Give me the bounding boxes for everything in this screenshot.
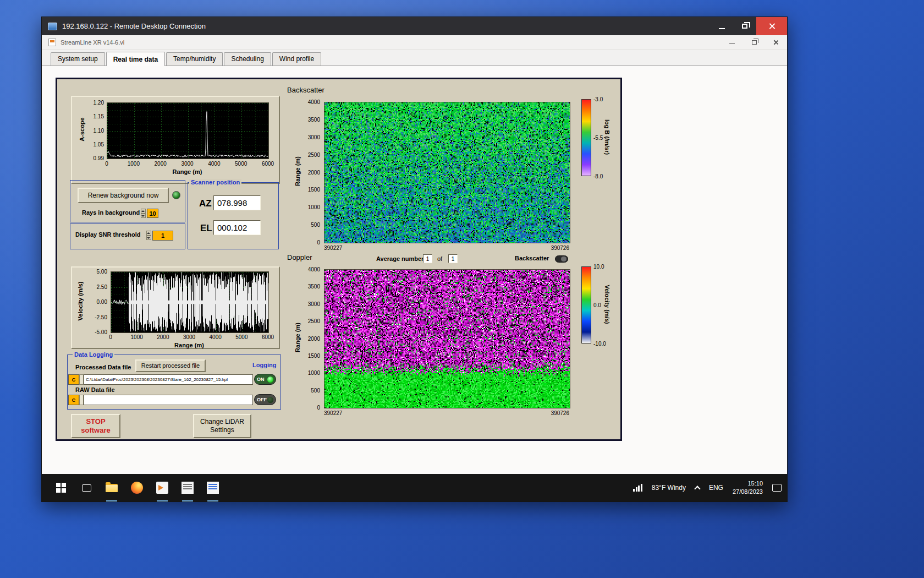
restore-icon <box>742 24 747 29</box>
processed-drive-selector[interactable]: C <box>68 374 79 385</box>
el-label: EL <box>200 223 212 234</box>
task-view-button[interactable] <box>74 474 99 501</box>
tray-expand-icon[interactable] <box>694 486 700 492</box>
backscatter-ytick-labels: 40003500300025002000150010005000 <box>301 102 320 242</box>
logging-on-led <box>267 377 273 383</box>
backscatter-colorbar <box>581 99 591 176</box>
el-value: 000.102 <box>213 220 261 235</box>
tab-scheduling[interactable]: Scheduling <box>224 52 271 66</box>
velocity-ylabel: Velocity (m/s) <box>77 282 84 321</box>
scan-scheduler-button[interactable] <box>175 474 200 501</box>
doppler-ylabel: Range (m) <box>294 323 301 352</box>
doppler-x-start: 390227 <box>324 410 342 416</box>
clock-date: 27/08/2023 <box>733 488 763 496</box>
system-tray: 83°F Windy ENG 15:10 27/08/2023 <box>633 474 782 501</box>
renew-background-button[interactable]: Renew background now <box>78 188 169 203</box>
tab-wind-profile[interactable]: Wind profile <box>272 52 321 66</box>
close-icon <box>773 40 779 45</box>
snr-value-field[interactable]: 1 <box>152 231 173 241</box>
a-scope-xtick-labels: 0100020003000400050006000 <box>107 161 268 167</box>
stop-software-button[interactable]: STOP software <box>71 414 120 438</box>
processed-data-file-label: Processed Data file <box>75 364 131 370</box>
doppler-title: Doppler <box>287 253 312 261</box>
rdp-titlebar[interactable]: 192.168.0.122 - Remote Desktop Connectio… <box>42 17 787 35</box>
a-scope-graph: A-scope 1.201.151.101.050.99 01000200030… <box>71 96 280 184</box>
raw-path-field[interactable] <box>84 395 253 405</box>
file-explorer-button[interactable] <box>99 474 124 501</box>
app-titlebar[interactable]: StreamLine XR v14-6.vi <box>42 35 787 50</box>
rdp-close-button[interactable] <box>756 17 787 35</box>
doppler-colorbar-label: Velocity (m/s) <box>604 285 610 324</box>
rdp-title: 192.168.0.122 - Remote Desktop Connectio… <box>62 22 710 30</box>
processed-path-spinner[interactable] <box>79 374 84 385</box>
rays-spinner[interactable] <box>141 209 146 218</box>
restore-icon <box>752 40 757 45</box>
minimize-icon <box>729 43 735 44</box>
close-icon <box>768 23 776 30</box>
logging-label: Logging <box>251 362 278 368</box>
raw-drive-selector[interactable]: C <box>68 395 79 405</box>
rdp-restore-button[interactable] <box>733 17 756 35</box>
snr-threshold-label: Display SNR threshold <box>75 231 141 238</box>
folder-icon <box>106 484 118 492</box>
task-view-icon <box>82 484 91 492</box>
notepad-app-button[interactable] <box>200 474 226 501</box>
renew-background-label: Renew background now <box>88 192 159 200</box>
rdp-minimize-button[interactable] <box>710 17 733 35</box>
clock[interactable]: 15:10 27/08/2023 <box>733 479 763 496</box>
rdp-icon <box>48 23 57 30</box>
raw-path-spinner[interactable] <box>79 395 84 405</box>
clock-time: 15:10 <box>733 479 763 488</box>
firefox-icon <box>131 482 143 494</box>
network-icon[interactable] <box>633 484 642 492</box>
backscatter-ylabel: Range (m) <box>294 156 301 186</box>
rays-value-field[interactable]: 10 <box>147 209 158 218</box>
rays-in-background-label: Rays in background <box>82 209 140 216</box>
document-icon <box>207 482 219 494</box>
app-client-area: A-scope 1.201.151.101.050.99 01000200030… <box>42 66 787 474</box>
average-number-field[interactable]: 1 <box>423 254 432 263</box>
notification-center-icon[interactable] <box>772 484 782 492</box>
a-scope-ytick-labels: 1.201.151.101.050.99 <box>86 102 104 158</box>
tab-system-setup[interactable]: System setup <box>51 52 105 66</box>
average-number-label: Average number <box>376 255 424 262</box>
rdp-window: 192.168.0.122 - Remote Desktop Connectio… <box>41 17 788 502</box>
logging-off-led <box>267 397 273 403</box>
average-total-field[interactable]: 1 <box>448 254 458 263</box>
velocity-xlabel: Range (m) <box>111 342 268 348</box>
velocity-plot <box>111 271 269 333</box>
backscatter-toggle-label: Backscatter <box>515 255 549 261</box>
app-close-button[interactable] <box>765 35 787 49</box>
processed-path-field[interactable]: C:\Lidar\Data\Proc\2023\202308\20230827\… <box>84 374 253 385</box>
labview-icon <box>156 482 168 494</box>
doppler-ytick-labels: 40003500300025002000150010005000 <box>301 269 320 407</box>
processed-logging-toggle[interactable]: ON <box>254 374 276 385</box>
raw-logging-state: OFF <box>257 397 267 402</box>
velocity-xtick-labels: 0100020003000400050006000 <box>111 334 268 341</box>
tab-strip: System setup Real time data Temp/humidit… <box>42 50 787 66</box>
realtime-panel: A-scope 1.201.151.101.050.99 01000200030… <box>56 78 622 441</box>
firefox-button[interactable] <box>124 474 150 501</box>
app-minimize-button[interactable] <box>721 35 743 49</box>
az-label: AZ <box>199 198 212 209</box>
tab-temp-humidity[interactable]: Temp/humidity <box>166 52 223 66</box>
app-restore-button[interactable] <box>743 35 765 49</box>
language-indicator[interactable]: ENG <box>709 484 723 492</box>
labview-app-button[interactable] <box>150 474 175 501</box>
start-button[interactable] <box>48 474 74 501</box>
doppler-xaxis: 390227 390726 <box>324 410 569 416</box>
tab-real-time-data[interactable]: Real time data <box>106 52 165 66</box>
renew-background-led <box>172 191 180 199</box>
snr-spinner[interactable] <box>146 231 151 240</box>
restart-processed-file-button[interactable]: Restart processed file <box>135 359 206 372</box>
backscatter-heatmap <box>324 102 570 243</box>
weather-status[interactable]: 83°F Windy <box>652 484 686 492</box>
change-lidar-settings-button[interactable]: Change LiDAR Settings <box>193 414 251 438</box>
raw-logging-toggle[interactable]: OFF <box>254 394 276 405</box>
backscatter-colorbar-label: log B (/m/sr) <box>604 119 610 155</box>
backscatter-title: Backscatter <box>287 86 324 94</box>
app-icon <box>48 39 56 46</box>
app-title: StreamLine XR v14-6.vi <box>61 39 721 46</box>
backscatter-toggle-switch[interactable] <box>555 255 568 263</box>
backscatter-x-end: 390726 <box>551 245 569 251</box>
